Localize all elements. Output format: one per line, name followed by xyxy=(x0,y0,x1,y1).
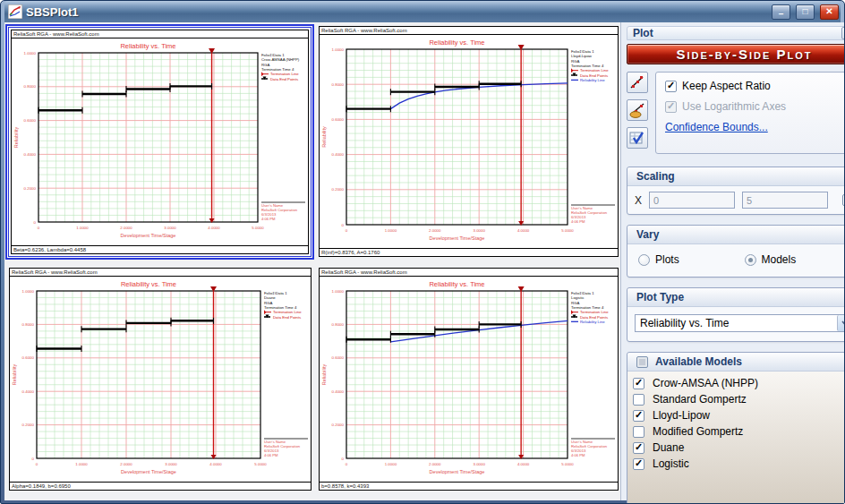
svg-text:Reliability: Reliability xyxy=(12,363,17,385)
svg-text:4.0000: 4.0000 xyxy=(517,228,530,233)
plot-type-group: Plot Type Reliability vs. Time xyxy=(627,287,845,342)
plot-parameters: R(inf)=0.8376, A=0.1760 xyxy=(320,248,618,256)
model-row-crow-amsaa-nhpp-[interactable]: Crow-AMSAA (NHPP) xyxy=(627,375,845,391)
svg-text:3.0000: 3.0000 xyxy=(473,462,485,466)
select-all-models-checkbox[interactable] xyxy=(636,356,648,368)
svg-text:Termination Time 4: Termination Time 4 xyxy=(571,305,604,310)
apply-settings-button[interactable] xyxy=(627,127,648,149)
svg-text:RGA: RGA xyxy=(571,301,579,305)
plot-setup-button[interactable] xyxy=(627,72,648,93)
model-checkbox[interactable] xyxy=(633,458,644,470)
model-label: Duane xyxy=(653,441,684,454)
chevron-down-icon[interactable] xyxy=(837,315,845,331)
plot-parameters: b=0.8578, k=0.4393 xyxy=(320,482,618,490)
plot-type-header: Plot Type xyxy=(627,288,845,307)
plot-defaults-button[interactable] xyxy=(627,99,648,121)
keep-aspect-ratio-option[interactable]: Keep Aspect Ratio xyxy=(665,80,845,92)
collapse-panel-button[interactable]: ◄ xyxy=(841,27,845,39)
model-checkbox[interactable] xyxy=(633,442,644,454)
svg-text:0.8000: 0.8000 xyxy=(24,84,37,89)
svg-text:0.6000: 0.6000 xyxy=(22,355,35,360)
svg-text:Termination Time 4: Termination Time 4 xyxy=(571,64,604,68)
svg-text:Development Time/Stage: Development Time/Stage xyxy=(121,233,176,238)
x-max-input[interactable] xyxy=(742,192,828,209)
maximize-button[interactable]: □ xyxy=(796,4,815,20)
svg-text:Folio1\Data 1: Folio1\Data 1 xyxy=(571,291,594,295)
plot-type-value: Reliability vs. Time xyxy=(636,317,837,329)
reliability-plot-top-right[interactable]: Reliability vs. TimeDevelopment Time/Sta… xyxy=(320,35,618,248)
svg-text:Reliability: Reliability xyxy=(321,126,327,148)
reliability-plot-bottom-left[interactable]: Reliability vs. TimeDevelopment Time/Sta… xyxy=(10,277,311,482)
svg-text:0.4000: 0.4000 xyxy=(22,389,35,394)
svg-text:2.0000: 2.0000 xyxy=(429,462,441,466)
vary-option-label: Plots xyxy=(655,253,679,266)
model-checkbox[interactable] xyxy=(633,394,644,406)
plot-window-top-left[interactable]: ReliaSoft RGA - www.ReliaSoft.com Reliab… xyxy=(11,30,309,254)
app-window: SBSPlot1 – □ ✕ ReliaSoft RGA - www.Relia… xyxy=(0,0,845,504)
svg-text:Reliability Line: Reliability Line xyxy=(580,78,605,82)
svg-text:3.0000: 3.0000 xyxy=(473,228,485,233)
svg-text:0.6000: 0.6000 xyxy=(332,117,345,122)
plot-selection-border: ReliaSoft RGA - www.ReliaSoft.com Reliab… xyxy=(5,24,314,260)
model-label: Lloyd-Lipow xyxy=(653,409,710,422)
svg-text:2.0000: 2.0000 xyxy=(120,226,132,230)
svg-text:Data End Points: Data End Points xyxy=(270,77,298,81)
model-checkbox[interactable] xyxy=(633,378,644,389)
x-min-input[interactable] xyxy=(649,192,735,209)
model-label: Crow-AMSAA (NHPP) xyxy=(653,377,758,389)
reliability-plot-top-left[interactable]: Reliability vs. TimeDevelopment Time/Sta… xyxy=(12,38,308,245)
svg-text:4:06 PM: 4:06 PM xyxy=(264,453,278,457)
svg-text:Logistic: Logistic xyxy=(571,295,585,300)
svg-text:0: 0 xyxy=(346,462,348,466)
vary-option-label: Models xyxy=(762,253,797,266)
confidence-bounds-link[interactable]: Confidence Bounds... xyxy=(665,121,768,133)
svg-text:Development Time/Stage: Development Time/Stage xyxy=(121,469,176,474)
svg-text:0: 0 xyxy=(38,226,40,230)
svg-text:Data End Points: Data End Points xyxy=(580,315,608,320)
title-bar[interactable]: SBSPlot1 – □ ✕ xyxy=(4,1,841,22)
svg-text:1.0000: 1.0000 xyxy=(75,462,88,466)
svg-text:5.0000: 5.0000 xyxy=(254,462,267,466)
reliability-plot-bottom-right[interactable]: Reliability vs. TimeDevelopment Time/Sta… xyxy=(320,277,618,482)
model-row-duane[interactable]: Duane xyxy=(627,440,845,456)
svg-text:4:06 PM: 4:06 PM xyxy=(571,453,585,457)
available-models-header: Available Models xyxy=(655,355,742,368)
svg-text:0.2000: 0.2000 xyxy=(22,423,35,427)
model-row-modified-gompertz[interactable]: Modified Gompertz xyxy=(627,423,845,440)
minimize-button[interactable]: – xyxy=(772,4,790,20)
model-checkbox[interactable] xyxy=(633,410,644,422)
svg-text:4:06 PM: 4:06 PM xyxy=(571,219,585,224)
plot-hand-icon xyxy=(629,102,645,118)
svg-text:4:06 PM: 4:06 PM xyxy=(261,217,276,221)
radio-models[interactable] xyxy=(745,254,756,266)
vary-option-plots[interactable]: Plots xyxy=(638,253,745,266)
radio-plots[interactable] xyxy=(638,254,650,266)
model-row-standard-gompertz[interactable]: Standard Gompertz xyxy=(627,391,845,407)
plot-window-bottom-right[interactable]: ReliaSoft RGA - www.ReliaSoft.com Reliab… xyxy=(319,268,619,491)
vary-option-models[interactable]: Models xyxy=(745,253,845,266)
plot-window-header: ReliaSoft RGA - www.ReliaSoft.com xyxy=(320,27,618,35)
model-row-lloyd-lipow[interactable]: Lloyd-Lipow xyxy=(627,407,845,423)
plot-window-header: ReliaSoft RGA - www.ReliaSoft.com xyxy=(10,269,311,277)
svg-text:Crow-AMSAA (NHPP): Crow-AMSAA (NHPP) xyxy=(261,57,300,62)
svg-text:1.0000: 1.0000 xyxy=(332,289,345,294)
svg-text:0.4000: 0.4000 xyxy=(332,389,345,394)
model-row-logistic[interactable]: Logistic xyxy=(627,456,845,472)
plot-parameters: Beta=0.6236, Lambda=0.4458 xyxy=(12,245,308,253)
use-logarithmic-axes-label: Use Logarithmic Axes xyxy=(682,100,786,113)
plot-type-dropdown[interactable]: Reliability vs. Time xyxy=(635,314,845,332)
plot-line-icon xyxy=(629,74,645,90)
vary-group: Vary PlotsModels xyxy=(627,225,845,278)
model-checkbox[interactable] xyxy=(633,426,644,438)
svg-text:0.2000: 0.2000 xyxy=(24,186,37,191)
svg-text:2.0000: 2.0000 xyxy=(429,228,441,233)
svg-text:Reliability vs. Time: Reliability vs. Time xyxy=(429,38,484,47)
keep-aspect-ratio-checkbox[interactable] xyxy=(665,81,677,92)
close-button[interactable]: ✕ xyxy=(820,4,839,20)
plot-window-top-right[interactable]: ReliaSoft RGA - www.ReliaSoft.com Reliab… xyxy=(319,26,619,257)
svg-text:0.8000: 0.8000 xyxy=(332,82,345,87)
panel-title: Plot xyxy=(633,27,841,39)
svg-text:Reliability: Reliability xyxy=(321,363,327,385)
plot-window-bottom-left[interactable]: ReliaSoft RGA - www.ReliaSoft.com Reliab… xyxy=(9,268,312,491)
model-label: Logistic xyxy=(653,457,689,470)
